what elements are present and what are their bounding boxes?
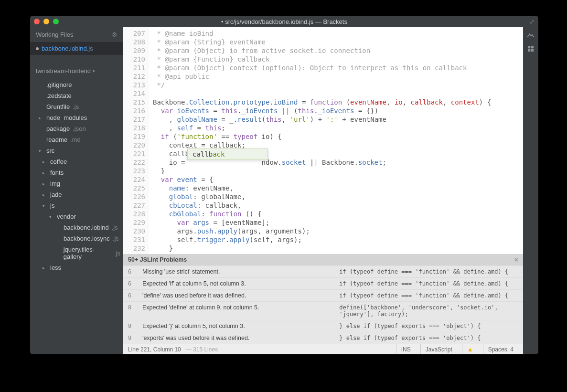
right-rail	[523, 27, 538, 354]
problem-line: 9	[128, 323, 142, 329]
main-panel: 2072082092102112122132142152162172182192…	[123, 27, 523, 354]
chevron-right-icon: ▸	[43, 181, 47, 186]
problems-table: 6Missing 'use strict' statement.if (type…	[123, 265, 523, 344]
file-label: backbone.iobind	[64, 224, 109, 231]
code-area[interactable]: * @name ioBind * @param {String} eventNa…	[149, 27, 523, 254]
chevron-down-icon: ▾	[39, 148, 43, 153]
file-label: coffee	[50, 158, 67, 165]
problem-row[interactable]: 6'define' was used before it was defined…	[123, 289, 523, 301]
file-item[interactable]: Gruntfile.js	[30, 101, 123, 112]
autocomplete-typed: callb	[193, 150, 213, 158]
problem-row[interactable]: 6Missing 'use strict' statement.if (type…	[123, 265, 523, 277]
folder-item[interactable]: ▸less	[30, 262, 123, 273]
working-files-label: Working Files	[36, 31, 74, 38]
problem-source: if (typeof define === 'function' && defi…	[339, 280, 518, 287]
file-item[interactable]: jquery.tiles-gallery.js	[30, 244, 123, 262]
problem-source: define(['backbone', 'underscore', 'socke…	[339, 304, 518, 318]
file-item[interactable]: readme.md	[30, 134, 123, 145]
file-item[interactable]: backbone.iosync.js	[30, 233, 123, 244]
fullscreen-icon[interactable]: ⤢	[529, 18, 535, 25]
warning-icon: ▲	[467, 346, 473, 353]
problem-source: } else if (typeof exports === 'object') …	[339, 335, 518, 341]
indent-settings[interactable]: Spaces: 4	[483, 344, 518, 354]
file-label: node_modules	[46, 114, 87, 121]
code-editor[interactable]: 2072082092102112122132142152162172182192…	[123, 27, 523, 254]
line-count: — 315 Lines	[186, 346, 218, 353]
file-label: readme	[46, 136, 67, 143]
file-label: jade	[50, 191, 62, 198]
titlebar: • src/js/vendor/backbone.iobind.js — Bra…	[30, 16, 538, 27]
problem-line: 6	[128, 292, 142, 299]
problem-message: 'exports' was used before it was defined…	[142, 335, 339, 341]
problem-line: 9	[128, 335, 142, 341]
file-ext: .js	[73, 103, 79, 110]
file-label: less	[50, 264, 61, 271]
problem-line: 6	[128, 268, 142, 275]
problem-row[interactable]: 6Expected 'if' at column 5, not column 3…	[123, 277, 523, 289]
working-file-ext: .js	[87, 45, 93, 52]
file-tree: .gitignore.zedstateGruntfile.js▸node_mod…	[30, 79, 123, 273]
folder-item[interactable]: ▸img	[30, 178, 123, 189]
cursor-position[interactable]: Line 221, Column 10	[128, 346, 181, 353]
live-preview-icon[interactable]	[526, 31, 535, 40]
file-ext: .json	[73, 125, 86, 132]
file-ext: .js	[112, 224, 118, 231]
problem-message: Expected 'if' at column 5, not column 3.	[142, 280, 339, 287]
autocomplete-popup[interactable]: callback	[187, 148, 268, 160]
problem-line: 8	[128, 304, 142, 318]
chevron-right-icon: ▸	[43, 170, 47, 175]
close-icon[interactable]: ×	[514, 256, 518, 264]
file-label: .zedstate	[46, 92, 72, 99]
problems-header[interactable]: 50+ JSLint Problems ×	[123, 254, 523, 265]
window-title: • src/js/vendor/backbone.iobind.js — Bra…	[30, 18, 538, 25]
language-mode[interactable]: JavaScript	[420, 344, 457, 354]
file-item[interactable]: .zedstate	[30, 90, 123, 101]
problem-source: } else if (typeof exports === 'object') …	[339, 323, 518, 329]
sidebar: Working Files ⚙ backbone.iobind.js twins…	[30, 27, 123, 354]
chevron-right-icon: ▸	[43, 265, 47, 270]
folder-item[interactable]: ▸jade	[30, 189, 123, 200]
file-label: vendor	[57, 213, 76, 220]
warning-indicator[interactable]: ▲	[462, 344, 478, 354]
folder-item[interactable]: ▾src	[30, 145, 123, 156]
problem-row[interactable]: 9'exports' was used before it was define…	[123, 332, 523, 344]
zoom-window-button[interactable]	[53, 19, 59, 24]
problem-message: Expected 'define' at column 9, not colum…	[142, 304, 339, 318]
file-label: js	[50, 202, 54, 209]
gear-icon[interactable]: ⚙	[112, 31, 118, 38]
problem-row[interactable]: 9Expected '}' at column 5, not column 3.…	[123, 320, 523, 332]
autocomplete-completion: ack	[213, 150, 225, 158]
file-ext: .md	[70, 136, 81, 143]
dirty-dot-icon	[36, 47, 39, 50]
line-gutter: 2072082092102112122132142152162172182192…	[123, 27, 149, 254]
file-label: backbone.iosync	[64, 235, 110, 242]
file-item[interactable]: backbone.iobind.js	[30, 222, 123, 233]
chevron-right-icon: ▸	[43, 192, 47, 197]
problem-row[interactable]: 8Expected 'define' at column 9, not colu…	[123, 301, 523, 320]
file-item[interactable]: .gitignore	[30, 79, 123, 90]
chevron-right-icon: ▸	[39, 116, 43, 120]
minimize-window-button[interactable]	[43, 19, 49, 24]
folder-item[interactable]: ▸fonts	[30, 167, 123, 178]
file-ext: .js	[114, 250, 120, 257]
chevron-down-icon: ▾	[43, 203, 47, 208]
folder-item[interactable]: ▸coffee	[30, 156, 123, 167]
chevron-down-icon: ▾	[93, 69, 97, 74]
file-label: .gitignore	[46, 81, 72, 88]
file-item[interactable]: package.json	[30, 123, 123, 134]
working-file-tab[interactable]: backbone.iobind.js	[30, 42, 123, 55]
close-window-button[interactable]	[34, 19, 40, 24]
folder-item[interactable]: ▾vendor	[30, 211, 123, 222]
chevron-down-icon: ▾	[49, 214, 54, 219]
problem-line: 6	[128, 280, 142, 287]
extension-manager-icon[interactable]	[526, 44, 535, 53]
folder-item[interactable]: ▸node_modules	[30, 112, 123, 123]
chevron-right-icon: ▸	[43, 159, 47, 164]
folder-item[interactable]: ▾js	[30, 200, 123, 211]
project-header[interactable]: twinstream-frontend ▾	[30, 64, 123, 77]
working-file-name: backbone.iobind	[42, 45, 87, 52]
working-files-header: Working Files ⚙	[30, 27, 123, 42]
insert-mode[interactable]: INS	[396, 344, 416, 354]
file-label: package	[46, 125, 70, 132]
file-label: Gruntfile	[46, 103, 70, 110]
